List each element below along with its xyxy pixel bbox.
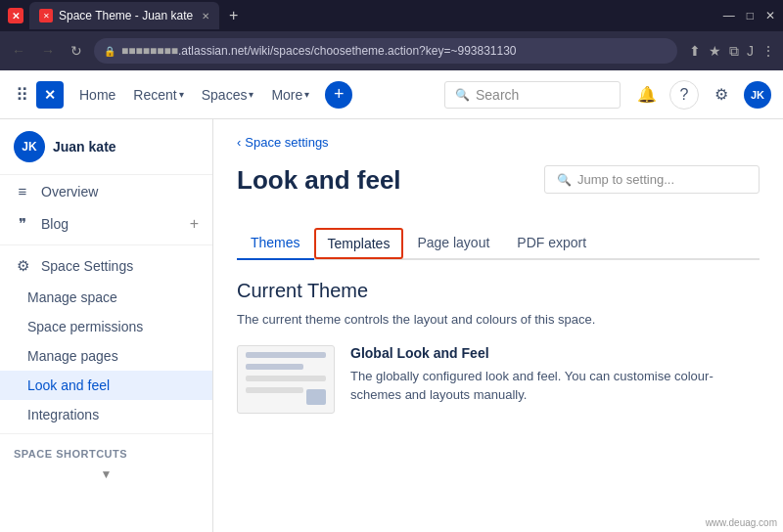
nav-actions: 🔔 ? ⚙ JK [632, 80, 771, 110]
sidebar-divider-2 [0, 433, 212, 434]
tabs: Themes Templates Page layout PDF export [237, 227, 760, 260]
tab-title: Space Theme - Juan kate - Confi... [59, 9, 196, 22]
share-icon[interactable]: ⬆ [689, 43, 701, 59]
thumb-line-1 [246, 352, 326, 358]
theme-thumbnail [237, 345, 335, 414]
titlebar-favicon: ✕ [8, 8, 23, 23]
scroll-down-icon: ▼ [101, 467, 113, 481]
address-text: ■■■■■■■■.atlassian.net/wiki/spaces/choos… [121, 44, 517, 58]
sidebar-sub-space-permissions[interactable]: Space permissions [0, 312, 212, 341]
profile-icon[interactable]: J [747, 43, 754, 59]
jump-to-setting-input[interactable]: 🔍 Jump to setting... [544, 165, 760, 194]
notifications-icon[interactable]: 🔔 [632, 80, 662, 110]
main-layout: JK Juan kate ≡ Overview ❞ Blog + ⚙ Space… [0, 119, 783, 532]
section-title: Current Theme [237, 280, 760, 302]
space-shortcuts-header: SPACE SHORTCUTS [0, 438, 212, 464]
overview-icon: ≡ [14, 183, 31, 200]
cast-icon[interactable]: ⧉ [729, 43, 739, 60]
space-settings-icon: ⚙ [14, 257, 31, 275]
sidebar-item-overview[interactable]: ≡ Overview [0, 175, 212, 207]
thumb-image-placeholder [306, 389, 326, 405]
nav-links: Home Recent ▾ Spaces ▾ More ▾ [71, 81, 317, 109]
lock-icon: 🔒 [104, 46, 115, 57]
breadcrumb[interactable]: ‹ Space settings [237, 135, 760, 150]
apps-grid-icon[interactable]: ⠿ [12, 80, 32, 110]
sidebar: JK Juan kate ≡ Overview ❞ Blog + ⚙ Space… [0, 119, 213, 532]
theme-info: Global Look and Feel The globally config… [350, 345, 760, 405]
breadcrumb-text: Space settings [245, 135, 328, 150]
spaces-chevron-icon: ▾ [249, 89, 253, 100]
sidebar-avatar: JK [14, 131, 45, 162]
tab-pdf-export[interactable]: PDF export [503, 227, 600, 260]
sidebar-divider-1 [0, 244, 212, 245]
sidebar-sub-look-and-feel[interactable]: Look and feel [0, 371, 212, 400]
menu-icon[interactable]: ⋮ [761, 43, 775, 59]
back-button[interactable]: ← [8, 41, 29, 61]
content-area: ‹ Space settings Look and feel 🔍 Jump to… [213, 119, 783, 532]
watermark: www.deuag.com [706, 517, 777, 528]
more-chevron-icon: ▾ [304, 89, 309, 100]
search-placeholder: Search [476, 87, 519, 103]
restore-icon[interactable]: □ [747, 9, 754, 22]
minimize-icon[interactable]: — [723, 9, 735, 22]
tab-templates[interactable]: Templates [314, 228, 404, 259]
sidebar-sub-manage-space[interactable]: Manage space [0, 283, 212, 312]
browser-action-icons: ⬆ ★ ⧉ J ⋮ [689, 43, 775, 60]
sidebar-sub-integrations[interactable]: Integrations [0, 400, 212, 429]
reload-button[interactable]: ↻ [67, 41, 86, 61]
nav-recent[interactable]: Recent ▾ [125, 81, 191, 109]
browser-tab-active[interactable]: ✕ Space Theme - Juan kate - Confi... ✕ [29, 2, 219, 29]
search-icon: 🔍 [455, 88, 470, 102]
blog-add-icon[interactable]: + [190, 215, 199, 233]
content-top: Look and feel 🔍 Jump to setting... [237, 165, 760, 211]
titlebar: ✕ ✕ Space Theme - Juan kate - Confi... ✕… [0, 0, 783, 31]
tab-themes[interactable]: Themes [237, 227, 314, 260]
thumb-line-4 [246, 387, 303, 393]
nav-home[interactable]: Home [71, 81, 123, 109]
sidebar-sub-manage-pages[interactable]: Manage pages [0, 341, 212, 371]
window-controls: — □ ✕ [723, 9, 775, 22]
blog-icon: ❞ [14, 215, 31, 233]
sidebar-item-space-settings[interactable]: ⚙ Space Settings [0, 249, 212, 283]
jump-search-icon: 🔍 [557, 173, 572, 187]
new-tab-button[interactable]: + [229, 7, 238, 24]
sidebar-user[interactable]: JK Juan kate [0, 119, 212, 175]
nav-more[interactable]: More ▾ [263, 81, 317, 109]
help-icon[interactable]: ? [669, 80, 699, 110]
logo-symbol: ✕ [44, 87, 56, 103]
thumb-line-3 [246, 376, 326, 381]
address-bar[interactable]: 🔒 ■■■■■■■■.atlassian.net/wiki/spaces/cho… [94, 38, 677, 64]
thumb-line-2 [246, 364, 303, 370]
breadcrumb-chevron-icon: ‹ [237, 135, 241, 150]
settings-icon[interactable]: ⚙ [707, 80, 736, 110]
jump-placeholder: Jump to setting... [577, 172, 674, 187]
sidebar-scroll-down[interactable]: ▼ [0, 464, 212, 485]
bookmark-icon[interactable]: ★ [709, 43, 721, 59]
sidebar-username: Juan kate [53, 139, 116, 155]
tab-close-icon[interactable]: ✕ [202, 11, 209, 22]
create-button[interactable]: + [325, 81, 352, 109]
user-avatar[interactable]: JK [744, 81, 771, 109]
tab-page-layout[interactable]: Page layout [403, 227, 503, 260]
close-icon[interactable]: ✕ [765, 9, 775, 22]
theme-card: Global Look and Feel The globally config… [237, 345, 760, 414]
sidebar-item-blog[interactable]: ❞ Blog + [0, 207, 212, 241]
search-box[interactable]: 🔍 Search [444, 81, 621, 109]
forward-button[interactable]: → [37, 41, 59, 61]
page-title: Look and feel [237, 165, 401, 196]
theme-info-description: The globally configured look and feel. Y… [350, 367, 760, 405]
recent-chevron-icon: ▾ [179, 89, 184, 100]
theme-info-title: Global Look and Feel [350, 345, 760, 361]
browserbar: ← → ↻ 🔒 ■■■■■■■■.atlassian.net/wiki/spac… [0, 31, 783, 70]
nav-spaces[interactable]: Spaces ▾ [194, 81, 262, 109]
atlassian-logo[interactable]: ✕ [36, 81, 64, 109]
section-description: The current theme controls the layout an… [237, 310, 760, 330]
app-navigation: ⠿ ✕ Home Recent ▾ Spaces ▾ More ▾ + 🔍 Se… [0, 70, 783, 119]
